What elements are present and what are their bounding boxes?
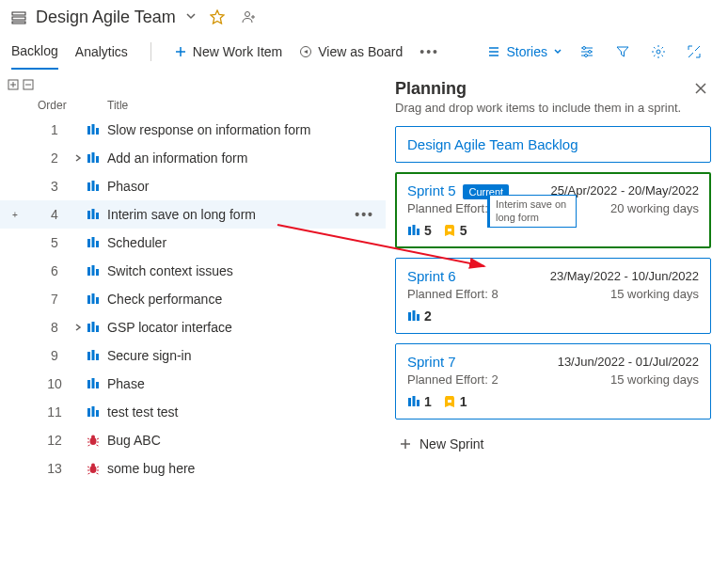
view-as-board-button[interactable]: View as Board bbox=[299, 44, 403, 59]
order-number: 12 bbox=[38, 433, 71, 448]
backlog-row[interactable]: +4Interim save on long form••• bbox=[0, 200, 386, 229]
collapse-all-icon[interactable] bbox=[23, 78, 34, 93]
new-sprint-button[interactable]: New Sprint bbox=[395, 429, 711, 459]
svg-rect-13 bbox=[96, 128, 99, 135]
sprint-card[interactable]: Sprint 5 Current25/Apr/2022 - 20/May/202… bbox=[395, 172, 711, 248]
column-headers: Order Title bbox=[0, 95, 386, 116]
backlog-row[interactable]: 8GSP locator interface bbox=[0, 313, 386, 341]
backlog-card[interactable]: Design Agile Team Backlog bbox=[395, 126, 711, 163]
sprint-name[interactable]: Sprint 7 bbox=[407, 354, 456, 370]
feature-count: 5 bbox=[443, 223, 467, 238]
svg-rect-53 bbox=[413, 310, 416, 321]
separator bbox=[150, 42, 151, 61]
svg-rect-1 bbox=[12, 17, 25, 20]
work-item-title[interactable]: Switch context issues bbox=[102, 263, 233, 278]
favorite-star-icon[interactable] bbox=[206, 6, 229, 28]
pbi-icon bbox=[85, 152, 102, 164]
work-item-title[interactable]: GSP locator interface bbox=[102, 320, 232, 335]
working-days: 15 working days bbox=[610, 372, 699, 387]
backlog-row[interactable]: 10Phase bbox=[0, 370, 386, 398]
order-number: 9 bbox=[38, 348, 71, 363]
backlog-row[interactable]: 9Secure sign-in bbox=[0, 341, 386, 370]
order-number: 7 bbox=[38, 292, 71, 307]
more-menu-icon[interactable]: ••• bbox=[419, 44, 439, 59]
team-members-icon[interactable] bbox=[238, 6, 261, 28]
svg-rect-41 bbox=[87, 408, 90, 417]
backlog-row[interactable]: 2Add an information form bbox=[0, 144, 386, 172]
work-item-title[interactable]: Phase bbox=[102, 376, 145, 391]
work-item-title[interactable]: Interim save on long form bbox=[102, 207, 256, 222]
work-item-title[interactable]: Phasor bbox=[102, 179, 149, 194]
work-item-title[interactable]: Add an information form bbox=[102, 150, 247, 166]
work-item-title[interactable]: Scheduler bbox=[102, 235, 166, 250]
backlog-row[interactable]: 11test test test bbox=[0, 398, 386, 426]
fullscreen-icon[interactable] bbox=[683, 40, 705, 63]
sprint-card[interactable]: Sprint 713/Jun/2022 - 01/Jul/2022Planned… bbox=[395, 343, 711, 420]
pbi-icon bbox=[85, 350, 102, 361]
backlog-row[interactable]: 5Scheduler bbox=[0, 229, 386, 257]
new-work-item-button[interactable]: New Work Item bbox=[174, 44, 282, 59]
stories-dropdown[interactable]: Stories bbox=[487, 44, 562, 59]
svg-rect-24 bbox=[92, 237, 95, 247]
pbi-icon bbox=[85, 322, 102, 333]
team-name[interactable]: Design Agile Team bbox=[36, 8, 176, 27]
order-number: 1 bbox=[38, 122, 71, 137]
svg-rect-0 bbox=[12, 12, 25, 15]
work-item-title[interactable]: Check performance bbox=[102, 292, 222, 307]
chevron-right-icon[interactable] bbox=[71, 323, 85, 333]
work-item-title[interactable]: some bug here bbox=[102, 461, 195, 476]
svg-rect-12 bbox=[92, 124, 95, 135]
svg-rect-29 bbox=[87, 295, 90, 304]
order-number: 6 bbox=[38, 263, 71, 278]
svg-rect-54 bbox=[417, 314, 419, 321]
view-as-board-label: View as Board bbox=[318, 44, 403, 59]
new-work-item-label: New Work Item bbox=[193, 44, 282, 59]
svg-point-45 bbox=[91, 435, 95, 439]
work-item-title[interactable]: Slow response on information form bbox=[102, 122, 310, 137]
svg-rect-35 bbox=[87, 352, 90, 360]
work-item-title[interactable]: test test test bbox=[102, 404, 178, 420]
work-item-title[interactable]: Bug ABC bbox=[102, 433, 161, 448]
svg-rect-2 bbox=[12, 22, 25, 24]
chevron-down-icon[interactable] bbox=[185, 9, 197, 24]
order-number: 4 bbox=[38, 207, 71, 222]
add-icon[interactable]: + bbox=[8, 210, 23, 220]
pbi-icon bbox=[85, 181, 102, 192]
view-options-icon[interactable] bbox=[576, 40, 598, 63]
backlog-row[interactable]: 1Slow response on information form bbox=[0, 116, 386, 144]
svg-rect-21 bbox=[92, 209, 95, 219]
order-number: 2 bbox=[38, 150, 71, 166]
svg-rect-36 bbox=[92, 350, 95, 360]
svg-rect-28 bbox=[96, 269, 99, 276]
sprint-name[interactable]: Sprint 6 bbox=[407, 268, 456, 284]
backlog-row[interactable]: 12Bug ABC bbox=[0, 426, 386, 454]
chevron-right-icon[interactable] bbox=[71, 153, 85, 164]
work-item-title[interactable]: Secure sign-in bbox=[102, 348, 192, 363]
svg-rect-33 bbox=[92, 322, 95, 332]
backlog-row[interactable]: 7Check performance bbox=[0, 285, 386, 313]
more-icon[interactable]: ••• bbox=[355, 207, 374, 222]
tab-backlog[interactable]: Backlog bbox=[11, 34, 58, 70]
svg-rect-43 bbox=[96, 410, 99, 417]
sprint-dates: 13/Jun/2022 - 01/Jul/2022 bbox=[558, 355, 699, 369]
settings-gear-icon[interactable] bbox=[647, 40, 670, 63]
working-days: 20 working days bbox=[610, 201, 699, 215]
sprint-card[interactable]: Sprint 623/May/2022 - 10/Jun/2022Planned… bbox=[395, 258, 711, 334]
backlog-row[interactable]: 13some bug here bbox=[0, 454, 386, 483]
backlog-row[interactable]: 3Phasor bbox=[0, 172, 386, 200]
pbi-icon bbox=[85, 406, 102, 418]
backlog-row[interactable]: 6Switch context issues bbox=[0, 257, 386, 285]
close-icon[interactable] bbox=[690, 78, 711, 99]
tab-analytics[interactable]: Analytics bbox=[75, 35, 128, 69]
svg-rect-27 bbox=[92, 265, 95, 276]
filter-icon[interactable] bbox=[611, 40, 634, 63]
planned-effort: Planned Effort: 8 bbox=[407, 287, 499, 301]
svg-rect-18 bbox=[92, 181, 95, 191]
sprint-name[interactable]: Sprint 5 bbox=[407, 182, 456, 198]
svg-rect-56 bbox=[413, 396, 416, 406]
svg-rect-25 bbox=[96, 241, 99, 247]
expand-all-icon[interactable] bbox=[8, 78, 19, 93]
stories-label: Stories bbox=[506, 44, 547, 59]
working-days: 15 working days bbox=[610, 287, 699, 301]
order-number: 5 bbox=[38, 235, 71, 250]
